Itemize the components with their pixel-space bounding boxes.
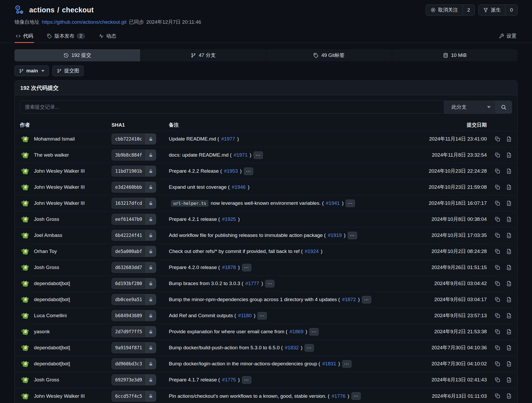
stat-commits[interactable]: 192 提交 bbox=[14, 49, 140, 61]
pr-link[interactable]: #1872 bbox=[342, 297, 356, 302]
pr-link[interactable]: #1878 bbox=[222, 265, 236, 270]
copy-sha-button[interactable] bbox=[495, 152, 501, 158]
unwatch-button[interactable]: 取消关注 2 bbox=[426, 4, 475, 16]
tab-releases[interactable]: 版本发布 2 bbox=[46, 29, 86, 43]
commit-sha-badge[interactable]: 6ccd57f4c5 bbox=[112, 391, 156, 402]
commit-author[interactable]: Luca Comellini bbox=[20, 310, 112, 321]
browse-code-button[interactable] bbox=[506, 377, 512, 383]
pr-link[interactable]: #1776 bbox=[332, 393, 346, 399]
browse-code-button[interactable] bbox=[506, 200, 512, 206]
expand-commit-button[interactable]: ··· bbox=[242, 376, 251, 384]
commit-author[interactable]: Josh Gross bbox=[20, 214, 112, 225]
browse-code-button[interactable] bbox=[506, 136, 512, 142]
commit-sha-badge[interactable]: eef61447b9 bbox=[112, 214, 156, 225]
commit-sha-badge[interactable]: 6d193bf280 bbox=[112, 278, 156, 289]
commit-sha-badge[interactable]: de5a000abf bbox=[112, 246, 156, 257]
commit-sha-badge[interactable]: dd960bd3c3 bbox=[112, 358, 156, 369]
browse-code-button[interactable] bbox=[506, 281, 512, 287]
copy-sha-button[interactable] bbox=[495, 329, 501, 335]
commit-sha-badge[interactable]: cbb722410c bbox=[112, 133, 156, 145]
branch-filter-dropdown[interactable]: 此分支 bbox=[444, 101, 495, 113]
branch-selector[interactable]: main bbox=[14, 66, 49, 76]
copy-sha-button[interactable] bbox=[495, 297, 501, 303]
browse-code-button[interactable] bbox=[506, 297, 512, 303]
commit-author[interactable]: Josh Gross bbox=[20, 375, 112, 385]
browse-code-button[interactable] bbox=[506, 152, 512, 158]
expand-commit-button[interactable]: ··· bbox=[242, 264, 251, 271]
commit-sha-badge[interactable]: 2d7d9f7ff5 bbox=[112, 326, 156, 337]
pr-link[interactable]: #1869 bbox=[290, 329, 303, 335]
commit-author[interactable]: dependabot[bot] bbox=[20, 359, 112, 369]
browse-code-button[interactable] bbox=[506, 232, 512, 238]
expand-commit-button[interactable]: ··· bbox=[348, 232, 357, 239]
commit-sha-badge[interactable]: d632683dd7 bbox=[112, 262, 156, 273]
pr-link[interactable]: #1941 bbox=[326, 200, 340, 206]
expand-commit-button[interactable]: ··· bbox=[257, 312, 267, 320]
stat-branches[interactable]: 47 分支 bbox=[140, 49, 266, 61]
browse-code-button[interactable] bbox=[506, 345, 512, 351]
expand-commit-button[interactable]: ··· bbox=[351, 392, 361, 400]
search-button[interactable] bbox=[495, 101, 512, 113]
stat-size[interactable]: 10 MiB bbox=[392, 49, 518, 61]
commit-sha-badge[interactable]: 11bd71901b bbox=[112, 166, 156, 177]
copy-sha-button[interactable] bbox=[495, 377, 501, 383]
expand-commit-button[interactable]: ··· bbox=[309, 328, 319, 336]
commit-author[interactable]: Orhan Toy bbox=[20, 246, 112, 257]
expand-commit-button[interactable]: ··· bbox=[362, 296, 371, 304]
commit-sha-badge[interactable]: 163217dfcd bbox=[112, 198, 156, 209]
commit-author[interactable]: Mohammad Ismail bbox=[20, 134, 112, 144]
copy-sha-button[interactable] bbox=[495, 232, 501, 238]
copy-sha-button[interactable] bbox=[495, 216, 501, 222]
copy-sha-button[interactable] bbox=[495, 361, 501, 367]
pr-link[interactable]: #1924 bbox=[305, 248, 319, 254]
expand-commit-button[interactable]: ··· bbox=[305, 344, 314, 352]
tab-settings[interactable]: 设置 bbox=[498, 29, 518, 43]
expand-commit-button[interactable]: ··· bbox=[265, 280, 275, 287]
commit-author[interactable]: John Wesley Walker III bbox=[20, 182, 112, 192]
copy-sha-button[interactable] bbox=[495, 136, 501, 142]
watch-count[interactable]: 2 bbox=[463, 5, 475, 15]
stat-tags[interactable]: 49 Git标签 bbox=[266, 49, 392, 61]
browse-code-button[interactable] bbox=[506, 168, 512, 174]
expand-commit-button[interactable]: ··· bbox=[346, 200, 355, 207]
browse-code-button[interactable] bbox=[506, 313, 512, 319]
commit-author[interactable]: John Wesley Walker III bbox=[20, 166, 112, 176]
copy-sha-button[interactable] bbox=[495, 184, 501, 190]
pr-link[interactable]: #1832 bbox=[285, 345, 299, 351]
commit-author[interactable]: Josh Gross bbox=[20, 262, 112, 273]
commit-sha-badge[interactable]: db0cee9a51 bbox=[112, 294, 156, 305]
pr-link[interactable]: #1775 bbox=[222, 377, 236, 383]
expand-commit-button[interactable]: ··· bbox=[254, 151, 263, 159]
commit-author[interactable]: Joel Ambass bbox=[20, 230, 112, 241]
commit-sha-badge[interactable]: 6b42224f41 bbox=[112, 230, 156, 241]
browse-code-button[interactable] bbox=[506, 248, 512, 255]
repo-name-link[interactable]: checkout bbox=[62, 6, 94, 14]
pr-link[interactable]: #1977 bbox=[221, 136, 235, 142]
commit-sha-badge[interactable]: 3b9b8c884f bbox=[112, 150, 156, 161]
browse-code-button[interactable] bbox=[506, 361, 512, 367]
commit-sha-badge[interactable]: 692973e3d9 bbox=[112, 374, 156, 385]
commit-author[interactable]: John Wesley Walker III bbox=[20, 391, 112, 401]
search-input[interactable] bbox=[20, 101, 444, 113]
pr-link[interactable]: #1953 bbox=[224, 168, 238, 174]
pr-link[interactable]: #1180 bbox=[238, 313, 252, 319]
copy-sha-button[interactable] bbox=[495, 393, 501, 399]
copy-sha-button[interactable] bbox=[495, 313, 501, 319]
repo-owner-link[interactable]: actions bbox=[29, 6, 55, 14]
commit-author[interactable]: dependabot[bot] bbox=[20, 342, 112, 353]
pr-link[interactable]: #1971 bbox=[234, 152, 248, 158]
fork-count[interactable]: 0 bbox=[505, 5, 517, 15]
copy-sha-button[interactable] bbox=[495, 265, 501, 271]
commit-author[interactable]: dependabot[bot] bbox=[20, 294, 112, 305]
expand-commit-button[interactable]: ··· bbox=[342, 360, 352, 368]
copy-sha-button[interactable] bbox=[495, 200, 501, 206]
copy-sha-button[interactable] bbox=[495, 345, 501, 351]
pr-link[interactable]: #1946 bbox=[232, 184, 246, 190]
commit-author[interactable]: John Wesley Walker III bbox=[20, 198, 112, 208]
commit-sha-badge[interactable]: 9a9194f871 bbox=[112, 342, 156, 353]
tab-code[interactable]: 代码 bbox=[14, 29, 34, 43]
commit-author[interactable]: The web walker bbox=[20, 150, 112, 160]
pr-link[interactable]: #1831 bbox=[322, 361, 336, 367]
browse-code-button[interactable] bbox=[506, 265, 512, 271]
pr-link[interactable]: #1925 bbox=[222, 216, 236, 222]
